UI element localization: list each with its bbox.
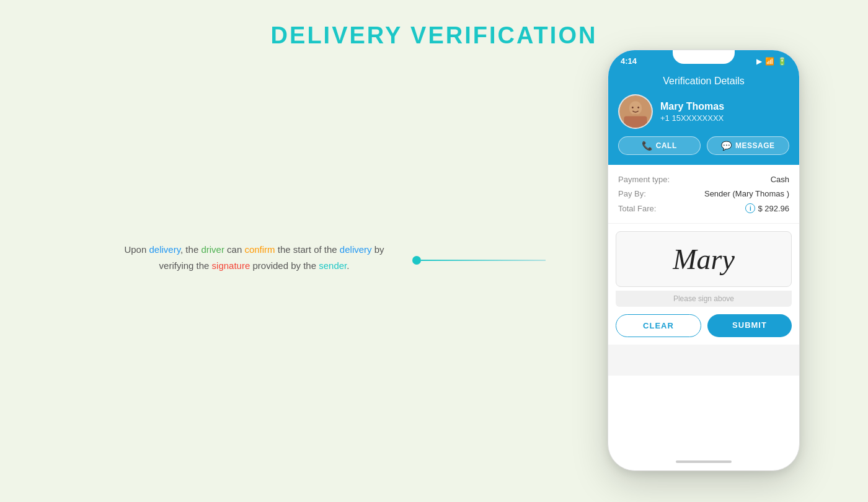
connector-line bbox=[412, 256, 546, 265]
total-fare-value: $ 292.96 bbox=[758, 204, 789, 213]
page-title: DELIVERY VERIFICATION bbox=[0, 0, 868, 49]
call-label: CALL bbox=[656, 141, 677, 150]
svg-rect-5 bbox=[624, 116, 647, 128]
avatar bbox=[618, 94, 653, 129]
home-indicator bbox=[676, 460, 732, 463]
payment-type-row: Payment type: Cash bbox=[618, 172, 789, 187]
call-icon: 📞 bbox=[642, 141, 653, 151]
pay-by-label: Pay By: bbox=[618, 189, 646, 198]
svg-point-2 bbox=[632, 107, 634, 108]
connector-dot bbox=[412, 256, 421, 265]
signature-text: Mary bbox=[673, 243, 735, 276]
payment-type-label: Payment type: bbox=[618, 175, 670, 184]
sign-hint: Please sign above bbox=[616, 291, 792, 307]
message-button[interactable]: 💬 MESSAGE bbox=[707, 136, 789, 155]
status-time: 4:14 bbox=[621, 56, 637, 66]
status-icons: ▶ 📶 🔋 bbox=[756, 57, 787, 66]
action-buttons: 📞 CALL 💬 MESSAGE bbox=[618, 136, 789, 155]
pay-by-row: Pay By: Sender (Mary Thomas ) bbox=[618, 187, 789, 201]
submit-button[interactable]: SUBMIT bbox=[707, 314, 792, 337]
user-name: Mary Thomas bbox=[660, 101, 724, 112]
payment-card: Payment type: Cash Pay By: Sender (Mary … bbox=[608, 165, 799, 224]
phone-header: Verification Details Mary Thomas +1 15XX… bbox=[608, 69, 799, 165]
message-label: MESSAGE bbox=[735, 141, 775, 150]
header-title: Verification Details bbox=[618, 76, 789, 87]
user-phone: +1 15XXXXXXXX bbox=[660, 113, 724, 123]
phone-notch bbox=[673, 50, 735, 64]
avatar-svg bbox=[619, 95, 652, 128]
payment-type-value: Cash bbox=[771, 175, 789, 184]
battery-icon: 🔋 bbox=[777, 57, 787, 66]
total-fare-label: Total Fare: bbox=[618, 204, 656, 213]
user-info-row: Mary Thomas +1 15XXXXXXXX bbox=[618, 94, 789, 129]
svg-point-1 bbox=[629, 101, 642, 115]
home-area bbox=[608, 345, 799, 376]
connector-line-element bbox=[421, 260, 546, 261]
wifi-icon: 📶 bbox=[765, 57, 774, 66]
user-details: Mary Thomas +1 15XXXXXXXX bbox=[660, 101, 724, 123]
location-icon: ▶ bbox=[756, 57, 762, 66]
message-icon: 💬 bbox=[721, 141, 732, 151]
total-fare-row: Total Fare: i $ 292.96 bbox=[618, 201, 789, 216]
pay-by-value: Sender (Mary Thomas ) bbox=[704, 189, 789, 198]
info-icon: i bbox=[745, 203, 755, 213]
phone-mockup: 4:14 ▶ 📶 🔋 Verification Details bbox=[608, 50, 800, 471]
description-area: Upon delivery, the driver can confirm th… bbox=[124, 242, 384, 273]
call-button[interactable]: 📞 CALL bbox=[618, 136, 701, 155]
clear-button[interactable]: CLEAR bbox=[616, 314, 701, 337]
bottom-buttons: CLEAR SUBMIT bbox=[608, 314, 799, 345]
signature-area[interactable]: Mary bbox=[616, 231, 792, 287]
svg-point-3 bbox=[637, 107, 639, 108]
fare-info: i $ 292.96 bbox=[745, 203, 789, 213]
description-text: Upon delivery, the driver can confirm th… bbox=[124, 242, 384, 273]
